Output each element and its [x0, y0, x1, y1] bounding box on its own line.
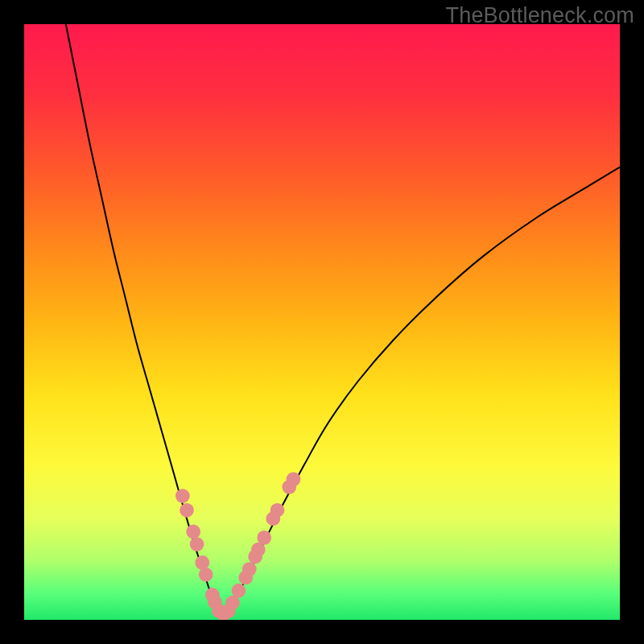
highlight-dot: [186, 525, 200, 539]
highlight-dot: [180, 503, 194, 518]
highlight-dot: [287, 472, 301, 486]
highlight-dot: [232, 584, 246, 598]
watermark-text: TheBottleneck.com: [445, 3, 634, 28]
plot-area: [24, 24, 620, 620]
highlight-dot: [199, 568, 213, 582]
highlight-dot: [190, 537, 204, 551]
outer-frame: TheBottleneck.com: [0, 0, 644, 644]
highlight-dot: [270, 503, 285, 518]
highlight-dot: [175, 489, 190, 503]
gradient-background: [24, 24, 620, 620]
highlight-dot: [242, 562, 257, 576]
highlight-dot: [257, 530, 271, 545]
chart-svg: [24, 24, 620, 620]
